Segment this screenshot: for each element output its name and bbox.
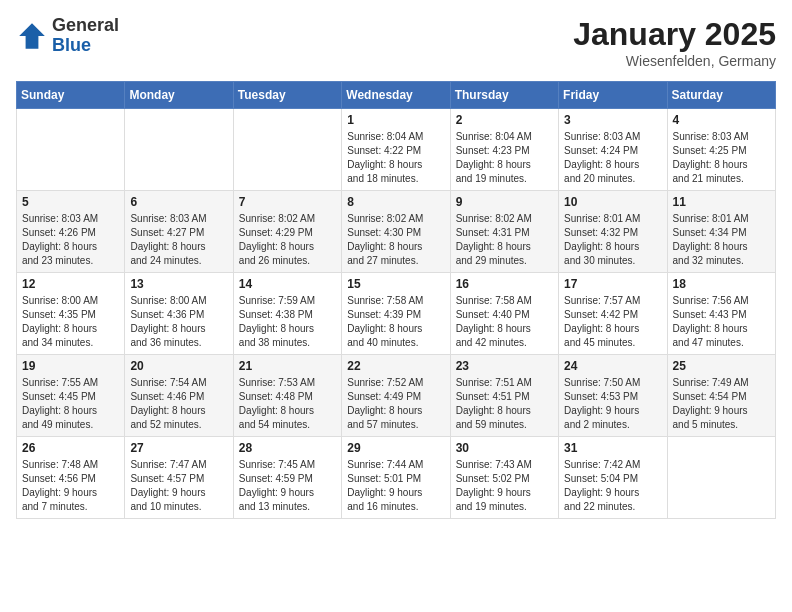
calendar-cell: 25Sunrise: 7:49 AM Sunset: 4:54 PM Dayli… bbox=[667, 355, 775, 437]
logo-blue-text: Blue bbox=[52, 36, 119, 56]
weekday-header-saturday: Saturday bbox=[667, 82, 775, 109]
calendar-cell: 24Sunrise: 7:50 AM Sunset: 4:53 PM Dayli… bbox=[559, 355, 667, 437]
day-info: Sunrise: 8:03 AM Sunset: 4:27 PM Dayligh… bbox=[130, 212, 227, 268]
day-number: 20 bbox=[130, 359, 227, 373]
day-number: 29 bbox=[347, 441, 444, 455]
page-header: General Blue January 2025 Wiesenfelden, … bbox=[16, 16, 776, 69]
day-info: Sunrise: 7:52 AM Sunset: 4:49 PM Dayligh… bbox=[347, 376, 444, 432]
day-number: 3 bbox=[564, 113, 661, 127]
day-number: 21 bbox=[239, 359, 336, 373]
day-info: Sunrise: 8:04 AM Sunset: 4:22 PM Dayligh… bbox=[347, 130, 444, 186]
day-info: Sunrise: 7:53 AM Sunset: 4:48 PM Dayligh… bbox=[239, 376, 336, 432]
calendar-cell: 7Sunrise: 8:02 AM Sunset: 4:29 PM Daylig… bbox=[233, 191, 341, 273]
calendar-cell: 29Sunrise: 7:44 AM Sunset: 5:01 PM Dayli… bbox=[342, 437, 450, 519]
calendar-week-row: 1Sunrise: 8:04 AM Sunset: 4:22 PM Daylig… bbox=[17, 109, 776, 191]
weekday-header-wednesday: Wednesday bbox=[342, 82, 450, 109]
calendar-cell: 28Sunrise: 7:45 AM Sunset: 4:59 PM Dayli… bbox=[233, 437, 341, 519]
day-info: Sunrise: 7:44 AM Sunset: 5:01 PM Dayligh… bbox=[347, 458, 444, 514]
logo-text: General Blue bbox=[52, 16, 119, 56]
calendar-cell: 30Sunrise: 7:43 AM Sunset: 5:02 PM Dayli… bbox=[450, 437, 558, 519]
calendar-cell: 26Sunrise: 7:48 AM Sunset: 4:56 PM Dayli… bbox=[17, 437, 125, 519]
calendar-cell: 31Sunrise: 7:42 AM Sunset: 5:04 PM Dayli… bbox=[559, 437, 667, 519]
title-area: January 2025 Wiesenfelden, Germany bbox=[573, 16, 776, 69]
calendar-cell bbox=[233, 109, 341, 191]
day-info: Sunrise: 7:55 AM Sunset: 4:45 PM Dayligh… bbox=[22, 376, 119, 432]
day-info: Sunrise: 7:43 AM Sunset: 5:02 PM Dayligh… bbox=[456, 458, 553, 514]
calendar-cell: 23Sunrise: 7:51 AM Sunset: 4:51 PM Dayli… bbox=[450, 355, 558, 437]
logo: General Blue bbox=[16, 16, 119, 56]
day-info: Sunrise: 7:45 AM Sunset: 4:59 PM Dayligh… bbox=[239, 458, 336, 514]
calendar-cell: 2Sunrise: 8:04 AM Sunset: 4:23 PM Daylig… bbox=[450, 109, 558, 191]
day-number: 10 bbox=[564, 195, 661, 209]
day-number: 14 bbox=[239, 277, 336, 291]
day-info: Sunrise: 7:57 AM Sunset: 4:42 PM Dayligh… bbox=[564, 294, 661, 350]
calendar-cell bbox=[17, 109, 125, 191]
day-number: 31 bbox=[564, 441, 661, 455]
calendar-cell: 12Sunrise: 8:00 AM Sunset: 4:35 PM Dayli… bbox=[17, 273, 125, 355]
day-info: Sunrise: 8:00 AM Sunset: 4:36 PM Dayligh… bbox=[130, 294, 227, 350]
calendar-cell: 8Sunrise: 8:02 AM Sunset: 4:30 PM Daylig… bbox=[342, 191, 450, 273]
day-info: Sunrise: 8:01 AM Sunset: 4:32 PM Dayligh… bbox=[564, 212, 661, 268]
calendar-cell: 20Sunrise: 7:54 AM Sunset: 4:46 PM Dayli… bbox=[125, 355, 233, 437]
calendar-cell bbox=[125, 109, 233, 191]
calendar-cell: 4Sunrise: 8:03 AM Sunset: 4:25 PM Daylig… bbox=[667, 109, 775, 191]
calendar-cell: 21Sunrise: 7:53 AM Sunset: 4:48 PM Dayli… bbox=[233, 355, 341, 437]
day-number: 26 bbox=[22, 441, 119, 455]
svg-marker-0 bbox=[19, 23, 45, 49]
calendar-cell: 18Sunrise: 7:56 AM Sunset: 4:43 PM Dayli… bbox=[667, 273, 775, 355]
day-info: Sunrise: 7:51 AM Sunset: 4:51 PM Dayligh… bbox=[456, 376, 553, 432]
day-number: 19 bbox=[22, 359, 119, 373]
calendar-cell: 16Sunrise: 7:58 AM Sunset: 4:40 PM Dayli… bbox=[450, 273, 558, 355]
day-number: 12 bbox=[22, 277, 119, 291]
day-info: Sunrise: 8:04 AM Sunset: 4:23 PM Dayligh… bbox=[456, 130, 553, 186]
day-info: Sunrise: 7:48 AM Sunset: 4:56 PM Dayligh… bbox=[22, 458, 119, 514]
calendar-cell: 13Sunrise: 8:00 AM Sunset: 4:36 PM Dayli… bbox=[125, 273, 233, 355]
day-number: 11 bbox=[673, 195, 770, 209]
weekday-header-friday: Friday bbox=[559, 82, 667, 109]
day-info: Sunrise: 8:02 AM Sunset: 4:30 PM Dayligh… bbox=[347, 212, 444, 268]
day-number: 30 bbox=[456, 441, 553, 455]
day-number: 2 bbox=[456, 113, 553, 127]
day-info: Sunrise: 7:50 AM Sunset: 4:53 PM Dayligh… bbox=[564, 376, 661, 432]
logo-icon bbox=[16, 20, 48, 52]
calendar-week-row: 5Sunrise: 8:03 AM Sunset: 4:26 PM Daylig… bbox=[17, 191, 776, 273]
calendar-cell: 15Sunrise: 7:58 AM Sunset: 4:39 PM Dayli… bbox=[342, 273, 450, 355]
day-info: Sunrise: 8:00 AM Sunset: 4:35 PM Dayligh… bbox=[22, 294, 119, 350]
calendar-table: SundayMondayTuesdayWednesdayThursdayFrid… bbox=[16, 81, 776, 519]
day-info: Sunrise: 7:58 AM Sunset: 4:39 PM Dayligh… bbox=[347, 294, 444, 350]
calendar-week-row: 26Sunrise: 7:48 AM Sunset: 4:56 PM Dayli… bbox=[17, 437, 776, 519]
calendar-cell: 10Sunrise: 8:01 AM Sunset: 4:32 PM Dayli… bbox=[559, 191, 667, 273]
day-number: 13 bbox=[130, 277, 227, 291]
calendar-cell: 3Sunrise: 8:03 AM Sunset: 4:24 PM Daylig… bbox=[559, 109, 667, 191]
weekday-header-sunday: Sunday bbox=[17, 82, 125, 109]
day-info: Sunrise: 7:49 AM Sunset: 4:54 PM Dayligh… bbox=[673, 376, 770, 432]
day-info: Sunrise: 8:01 AM Sunset: 4:34 PM Dayligh… bbox=[673, 212, 770, 268]
day-info: Sunrise: 8:03 AM Sunset: 4:26 PM Dayligh… bbox=[22, 212, 119, 268]
day-info: Sunrise: 8:02 AM Sunset: 4:29 PM Dayligh… bbox=[239, 212, 336, 268]
weekday-header-row: SundayMondayTuesdayWednesdayThursdayFrid… bbox=[17, 82, 776, 109]
day-number: 1 bbox=[347, 113, 444, 127]
day-info: Sunrise: 7:59 AM Sunset: 4:38 PM Dayligh… bbox=[239, 294, 336, 350]
day-number: 24 bbox=[564, 359, 661, 373]
location-subtitle: Wiesenfelden, Germany bbox=[573, 53, 776, 69]
day-info: Sunrise: 8:03 AM Sunset: 4:25 PM Dayligh… bbox=[673, 130, 770, 186]
day-number: 23 bbox=[456, 359, 553, 373]
day-info: Sunrise: 8:03 AM Sunset: 4:24 PM Dayligh… bbox=[564, 130, 661, 186]
day-info: Sunrise: 7:54 AM Sunset: 4:46 PM Dayligh… bbox=[130, 376, 227, 432]
calendar-week-row: 12Sunrise: 8:00 AM Sunset: 4:35 PM Dayli… bbox=[17, 273, 776, 355]
day-number: 7 bbox=[239, 195, 336, 209]
day-number: 15 bbox=[347, 277, 444, 291]
weekday-header-tuesday: Tuesday bbox=[233, 82, 341, 109]
day-number: 25 bbox=[673, 359, 770, 373]
calendar-cell: 11Sunrise: 8:01 AM Sunset: 4:34 PM Dayli… bbox=[667, 191, 775, 273]
day-info: Sunrise: 7:56 AM Sunset: 4:43 PM Dayligh… bbox=[673, 294, 770, 350]
day-info: Sunrise: 7:42 AM Sunset: 5:04 PM Dayligh… bbox=[564, 458, 661, 514]
calendar-cell: 9Sunrise: 8:02 AM Sunset: 4:31 PM Daylig… bbox=[450, 191, 558, 273]
day-number: 17 bbox=[564, 277, 661, 291]
day-number: 27 bbox=[130, 441, 227, 455]
day-info: Sunrise: 8:02 AM Sunset: 4:31 PM Dayligh… bbox=[456, 212, 553, 268]
day-number: 22 bbox=[347, 359, 444, 373]
calendar-cell: 14Sunrise: 7:59 AM Sunset: 4:38 PM Dayli… bbox=[233, 273, 341, 355]
day-number: 16 bbox=[456, 277, 553, 291]
logo-general-text: General bbox=[52, 16, 119, 36]
